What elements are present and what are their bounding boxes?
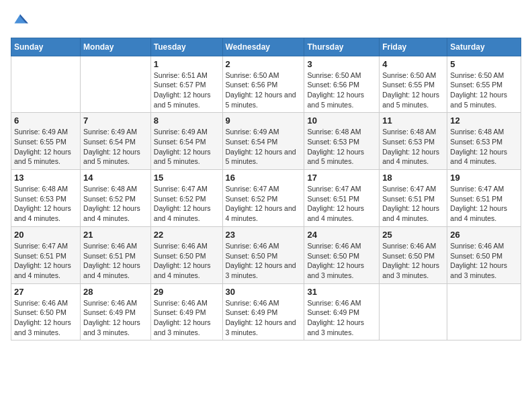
- day-info: Sunrise: 6:48 AM Sunset: 6:53 PM Dayligh…: [307, 127, 376, 167]
- day-header-thursday: Thursday: [304, 38, 380, 56]
- day-number: 28: [83, 287, 148, 297]
- day-number: 16: [226, 173, 302, 183]
- day-info: Sunrise: 6:46 AM Sunset: 6:49 PM Dayligh…: [83, 298, 148, 338]
- day-number: 9: [226, 116, 302, 126]
- day-info: Sunrise: 6:48 AM Sunset: 6:52 PM Dayligh…: [83, 184, 148, 224]
- day-number: 24: [307, 230, 376, 240]
- day-info: Sunrise: 6:46 AM Sunset: 6:51 PM Dayligh…: [83, 241, 148, 281]
- day-number: 25: [382, 230, 444, 240]
- day-info: Sunrise: 6:48 AM Sunset: 6:53 PM Dayligh…: [450, 127, 518, 167]
- calendar-week-4: 20Sunrise: 6:47 AM Sunset: 6:51 PM Dayli…: [11, 226, 521, 283]
- day-number: 13: [14, 173, 77, 183]
- day-number: 14: [83, 173, 148, 183]
- calendar-cell: 7Sunrise: 6:49 AM Sunset: 6:54 PM Daylig…: [81, 113, 151, 170]
- day-header-friday: Friday: [380, 38, 447, 56]
- day-header-tuesday: Tuesday: [150, 38, 222, 56]
- day-info: Sunrise: 6:46 AM Sunset: 6:50 PM Dayligh…: [450, 241, 518, 281]
- calendar-cell: 17Sunrise: 6:47 AM Sunset: 6:51 PM Dayli…: [304, 170, 380, 227]
- day-number: 19: [450, 173, 518, 183]
- day-number: 7: [83, 116, 148, 126]
- day-number: 1: [154, 59, 220, 69]
- day-info: Sunrise: 6:49 AM Sunset: 6:55 PM Dayligh…: [14, 127, 77, 167]
- day-number: 23: [226, 230, 302, 240]
- calendar-cell: 10Sunrise: 6:48 AM Sunset: 6:53 PM Dayli…: [304, 113, 380, 170]
- calendar-cell: 9Sunrise: 6:49 AM Sunset: 6:54 PM Daylig…: [222, 113, 304, 170]
- day-info: Sunrise: 6:50 AM Sunset: 6:55 PM Dayligh…: [382, 71, 444, 110]
- day-number: 20: [14, 230, 77, 240]
- day-info: Sunrise: 6:47 AM Sunset: 6:52 PM Dayligh…: [154, 184, 220, 224]
- day-info: Sunrise: 6:46 AM Sunset: 6:50 PM Dayligh…: [226, 241, 302, 281]
- day-info: Sunrise: 6:48 AM Sunset: 6:53 PM Dayligh…: [382, 127, 444, 167]
- day-info: Sunrise: 6:48 AM Sunset: 6:53 PM Dayligh…: [14, 184, 77, 224]
- calendar-cell: 22Sunrise: 6:46 AM Sunset: 6:50 PM Dayli…: [150, 226, 222, 283]
- calendar-cell: 4Sunrise: 6:50 AM Sunset: 6:55 PM Daylig…: [380, 56, 447, 113]
- logo-text: [11, 11, 28, 31]
- calendar-week-3: 13Sunrise: 6:48 AM Sunset: 6:53 PM Dayli…: [11, 170, 521, 227]
- calendar-cell: 12Sunrise: 6:48 AM Sunset: 6:53 PM Dayli…: [447, 113, 521, 170]
- calendar-cell: [380, 283, 447, 340]
- day-number: 2: [226, 59, 302, 69]
- logo-icon: [12, 11, 28, 27]
- day-header-sunday: Sunday: [11, 38, 81, 56]
- day-header-monday: Monday: [81, 38, 151, 56]
- calendar-cell: 26Sunrise: 6:46 AM Sunset: 6:50 PM Dayli…: [447, 226, 521, 283]
- day-info: Sunrise: 6:47 AM Sunset: 6:51 PM Dayligh…: [382, 184, 444, 224]
- day-number: 21: [83, 230, 148, 240]
- calendar-cell: 25Sunrise: 6:46 AM Sunset: 6:50 PM Dayli…: [380, 226, 447, 283]
- calendar-cell: 1Sunrise: 6:51 AM Sunset: 6:57 PM Daylig…: [150, 56, 222, 113]
- day-number: 8: [154, 116, 220, 126]
- calendar-cell: 19Sunrise: 6:47 AM Sunset: 6:51 PM Dayli…: [447, 170, 521, 227]
- calendar-cell: 29Sunrise: 6:46 AM Sunset: 6:49 PM Dayli…: [150, 283, 222, 340]
- day-info: Sunrise: 6:49 AM Sunset: 6:54 PM Dayligh…: [154, 127, 220, 167]
- calendar-cell: 2Sunrise: 6:50 AM Sunset: 6:56 PM Daylig…: [222, 56, 304, 113]
- day-info: Sunrise: 6:49 AM Sunset: 6:54 PM Dayligh…: [83, 127, 148, 167]
- day-header-wednesday: Wednesday: [222, 38, 304, 56]
- day-number: 6: [14, 116, 77, 126]
- day-number: 31: [307, 287, 376, 297]
- day-info: Sunrise: 6:50 AM Sunset: 6:56 PM Dayligh…: [307, 71, 376, 110]
- calendar-cell: 24Sunrise: 6:46 AM Sunset: 6:50 PM Dayli…: [304, 226, 380, 283]
- day-number: 22: [154, 230, 220, 240]
- day-info: Sunrise: 6:46 AM Sunset: 6:49 PM Dayligh…: [226, 298, 302, 338]
- day-info: Sunrise: 6:46 AM Sunset: 6:50 PM Dayligh…: [382, 241, 444, 281]
- calendar-cell: 5Sunrise: 6:50 AM Sunset: 6:55 PM Daylig…: [447, 56, 521, 113]
- day-number: 12: [450, 116, 518, 126]
- calendar-cell: 16Sunrise: 6:47 AM Sunset: 6:52 PM Dayli…: [222, 170, 304, 227]
- day-number: 30: [226, 287, 302, 297]
- calendar-cell: [447, 283, 521, 340]
- day-number: 4: [382, 59, 444, 69]
- calendar-cell: 30Sunrise: 6:46 AM Sunset: 6:49 PM Dayli…: [222, 283, 304, 340]
- day-number: 5: [450, 59, 518, 69]
- day-info: Sunrise: 6:46 AM Sunset: 6:50 PM Dayligh…: [154, 241, 220, 281]
- day-info: Sunrise: 6:46 AM Sunset: 6:50 PM Dayligh…: [307, 241, 376, 281]
- day-number: 11: [382, 116, 444, 126]
- calendar-week-5: 27Sunrise: 6:46 AM Sunset: 6:50 PM Dayli…: [11, 283, 521, 340]
- calendar-week-1: 1Sunrise: 6:51 AM Sunset: 6:57 PM Daylig…: [11, 56, 521, 113]
- calendar-cell: 28Sunrise: 6:46 AM Sunset: 6:49 PM Dayli…: [81, 283, 151, 340]
- calendar-cell: 27Sunrise: 6:46 AM Sunset: 6:50 PM Dayli…: [11, 283, 81, 340]
- calendar-cell: 23Sunrise: 6:46 AM Sunset: 6:50 PM Dayli…: [222, 226, 304, 283]
- calendar-cell: 13Sunrise: 6:48 AM Sunset: 6:53 PM Dayli…: [11, 170, 81, 227]
- day-info: Sunrise: 6:46 AM Sunset: 6:49 PM Dayligh…: [154, 298, 220, 338]
- calendar-cell: 14Sunrise: 6:48 AM Sunset: 6:52 PM Dayli…: [81, 170, 151, 227]
- calendar-cell: [81, 56, 151, 113]
- calendar-cell: [11, 56, 81, 113]
- calendar-header-row: SundayMondayTuesdayWednesdayThursdayFrid…: [11, 38, 521, 56]
- day-info: Sunrise: 6:50 AM Sunset: 6:55 PM Dayligh…: [450, 71, 518, 110]
- day-number: 3: [307, 59, 376, 69]
- day-info: Sunrise: 6:50 AM Sunset: 6:56 PM Dayligh…: [226, 71, 302, 110]
- calendar-week-2: 6Sunrise: 6:49 AM Sunset: 6:55 PM Daylig…: [11, 113, 521, 170]
- day-info: Sunrise: 6:47 AM Sunset: 6:51 PM Dayligh…: [14, 241, 77, 281]
- page-header: [11, 11, 521, 31]
- day-number: 17: [307, 173, 376, 183]
- day-info: Sunrise: 6:49 AM Sunset: 6:54 PM Dayligh…: [226, 127, 302, 167]
- day-number: 29: [154, 287, 220, 297]
- day-number: 26: [450, 230, 518, 240]
- day-info: Sunrise: 6:51 AM Sunset: 6:57 PM Dayligh…: [154, 71, 220, 110]
- calendar-cell: 21Sunrise: 6:46 AM Sunset: 6:51 PM Dayli…: [81, 226, 151, 283]
- day-info: Sunrise: 6:47 AM Sunset: 6:51 PM Dayligh…: [450, 184, 518, 224]
- day-info: Sunrise: 6:46 AM Sunset: 6:49 PM Dayligh…: [307, 298, 376, 338]
- calendar-cell: 3Sunrise: 6:50 AM Sunset: 6:56 PM Daylig…: [304, 56, 380, 113]
- day-number: 27: [14, 287, 77, 297]
- calendar-cell: 18Sunrise: 6:47 AM Sunset: 6:51 PM Dayli…: [380, 170, 447, 227]
